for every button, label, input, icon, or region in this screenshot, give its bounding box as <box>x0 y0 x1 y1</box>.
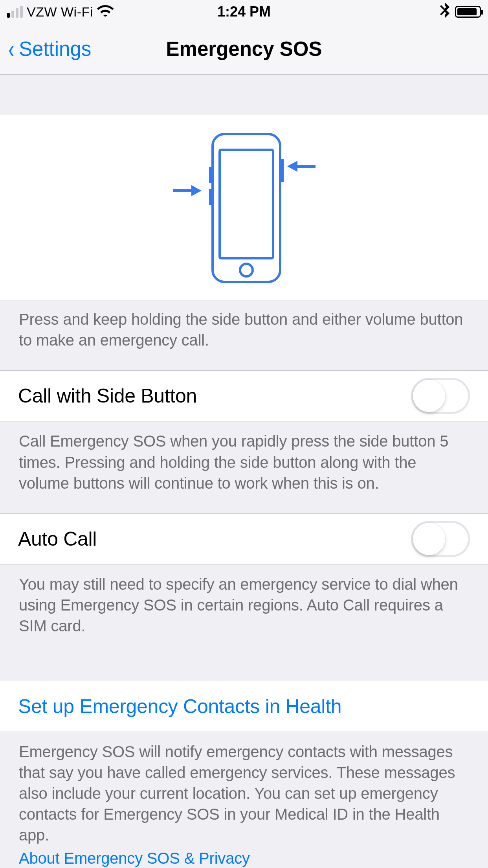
back-button[interactable]: ‹ Settings <box>0 36 91 62</box>
back-label: Settings <box>19 37 91 61</box>
bluetooth-icon <box>440 2 449 21</box>
sos-illustration-cell <box>0 114 488 300</box>
phone-buttons-illustration-icon <box>169 132 319 284</box>
call-with-side-button-row[interactable]: Call with Side Button <box>0 370 488 421</box>
svg-point-2 <box>240 264 253 276</box>
auto-call-footer: You may still need to specify an emergen… <box>0 565 488 657</box>
wifi-icon <box>97 4 114 20</box>
battery-icon <box>455 6 481 18</box>
status-left: VZW Wi-Fi <box>7 4 114 20</box>
status-bar: VZW Wi-Fi 1:24 PM <box>0 0 488 24</box>
setup-emergency-contacts-footer: Emergency SOS will notify emergency cont… <box>0 732 488 868</box>
auto-call-label: Auto Call <box>18 528 97 550</box>
svg-marker-9 <box>191 185 202 196</box>
carrier-label: VZW Wi-Fi <box>27 4 93 20</box>
svg-rect-0 <box>213 134 280 282</box>
about-sos-privacy-link[interactable]: About Emergency SOS & Privacy <box>19 848 469 868</box>
call-with-side-button-toggle[interactable] <box>411 378 470 414</box>
nav-bar: ‹ Settings Emergency SOS <box>0 24 488 75</box>
chevron-left-icon: ‹ <box>8 36 14 62</box>
svg-marker-7 <box>287 161 297 172</box>
setup-emergency-contacts-row[interactable]: Set up Emergency Contacts in Health <box>0 681 488 732</box>
auto-call-row[interactable]: Auto Call <box>0 513 488 565</box>
cellular-signal-icon <box>7 6 23 18</box>
status-right <box>440 2 481 21</box>
auto-call-toggle[interactable] <box>411 521 470 557</box>
call-with-side-button-footer: Call Emergency SOS when you rapidly pres… <box>0 421 488 513</box>
setup-emergency-contacts-label: Set up Emergency Contacts in Health <box>18 695 341 718</box>
setup-emergency-contacts-footer-text: Emergency SOS will notify emergency cont… <box>19 743 455 844</box>
svg-rect-1 <box>220 150 273 258</box>
illustration-footer: Press and keep holding the side button a… <box>0 300 488 370</box>
call-with-side-button-label: Call with Side Button <box>18 384 197 407</box>
